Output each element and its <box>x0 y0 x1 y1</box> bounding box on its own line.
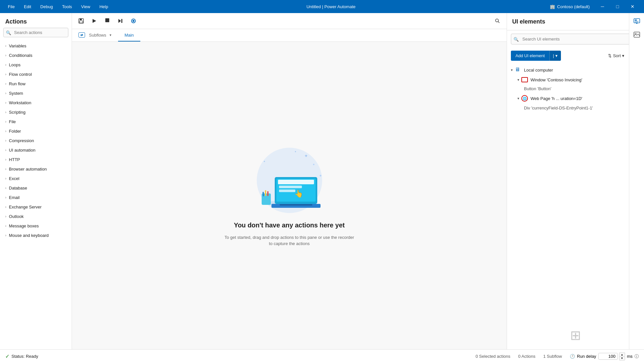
action-item-flow-control[interactable]: › Flow control <box>0 70 72 79</box>
svg-line-10 <box>498 22 499 23</box>
main-area: Actions 🔍 › Variables › Conditionals › L… <box>0 13 644 349</box>
ui-elements-title: UI elements <box>512 18 630 25</box>
run-button[interactable] <box>89 16 99 26</box>
svg-rect-30 <box>634 19 640 23</box>
action-item-conditionals[interactable]: › Conditionals <box>0 51 72 60</box>
svg-marker-3 <box>93 19 96 23</box>
action-item-scripting[interactable]: › Scripting <box>0 107 72 117</box>
ui-elements-search-container: 🔍 <box>511 34 640 44</box>
action-item-database[interactable]: › Database <box>0 183 72 193</box>
account-info[interactable]: 🏢 Contoso (default) <box>550 4 590 9</box>
tree-item-window[interactable]: ▾ Window 'Contoso Invoicing' <box>507 75 644 84</box>
menu-debug[interactable]: Debug <box>36 3 57 10</box>
menu-view[interactable]: View <box>77 3 94 10</box>
tree-item-label: Button 'Button' <box>524 86 551 91</box>
menu-tools[interactable]: Tools <box>58 3 76 10</box>
save-button[interactable] <box>76 16 86 26</box>
action-item-system[interactable]: › System <box>0 89 72 98</box>
images-tab-icon[interactable] <box>631 29 643 41</box>
ui-elements-tab-icon[interactable] <box>631 16 643 27</box>
svg-rect-20 <box>265 190 266 196</box>
svg-rect-29 <box>280 204 312 206</box>
action-item-message-boxes[interactable]: › Message boxes <box>0 221 72 231</box>
chevron-icon: › <box>5 110 6 114</box>
sort-icon: ⇅ <box>608 53 612 58</box>
action-item-variables[interactable]: › Variables <box>0 41 72 51</box>
titlebar-menu: File Edit Debug Tools View Help <box>4 3 112 10</box>
menu-edit[interactable]: Edit <box>20 3 35 10</box>
action-label: Outlook <box>9 214 24 219</box>
action-item-exchange-server[interactable]: › Exchange Server <box>0 202 72 212</box>
canvas-search-button[interactable] <box>492 16 503 26</box>
action-label: System <box>9 91 23 96</box>
action-label: Browser automation <box>9 167 47 172</box>
close-button[interactable]: ✕ <box>625 0 640 13</box>
action-item-http[interactable]: › HTTP <box>0 155 72 164</box>
tree-item-button[interactable]: Button 'Button' <box>507 84 644 93</box>
chevron-icon: › <box>5 91 6 95</box>
run-delay-spinner: ▲ ▼ <box>619 353 625 360</box>
action-item-workstation[interactable]: › Workstation <box>0 98 72 107</box>
chevron-icon: › <box>5 129 6 133</box>
tab-main[interactable]: Main <box>118 29 140 41</box>
run-delay-label: Run delay <box>577 354 596 359</box>
tab-subflows[interactable]: ⇄ Subflows ▾ <box>72 29 118 41</box>
add-ui-element-button[interactable]: Add UI element | ▾ <box>511 51 561 61</box>
chevron-icon: › <box>5 224 6 228</box>
action-item-outlook[interactable]: › Outlook <box>0 212 72 221</box>
action-item-folder[interactable]: › Folder <box>0 126 72 136</box>
empty-state-title: You don't have any actions here yet <box>234 222 345 229</box>
svg-text:✦: ✦ <box>319 173 322 178</box>
action-item-browser-automation[interactable]: › Browser automation <box>0 164 72 174</box>
svg-text:✦: ✦ <box>263 160 266 163</box>
search-input[interactable] <box>3 28 68 37</box>
action-item-mouse-keyboard[interactable]: › Mouse and keyboard <box>0 231 72 240</box>
action-item-excel[interactable]: › Excel <box>0 174 72 183</box>
ui-elements-panel: UI elements ✕ 🔍 Add UI element | ▾ ⇅ Sor… <box>507 13 644 349</box>
record-button[interactable] <box>128 16 139 26</box>
menu-help[interactable]: Help <box>96 3 112 10</box>
maximize-button[interactable]: □ <box>610 0 625 13</box>
tab-subflows-label: Subflows <box>89 33 106 38</box>
ui-elements-tree: ▾ 🖥 Local computer ▾ Window 'Contoso Inv… <box>507 63 644 321</box>
tree-item-local-computer[interactable]: ▾ 🖥 Local computer <box>507 65 644 75</box>
add-ui-element-dropdown[interactable]: | ▾ <box>549 51 561 61</box>
action-label: Email <box>9 195 20 200</box>
svg-rect-21 <box>267 191 269 196</box>
chevron-icon: › <box>5 186 6 190</box>
svg-text:✦: ✦ <box>304 153 308 158</box>
tree-item-webpage[interactable]: ▾ 🌐 Web Page 'h ... uration=1D' <box>507 93 644 104</box>
svg-point-9 <box>496 19 498 22</box>
actions-heading: Actions <box>0 13 72 28</box>
chevron-icon: › <box>5 148 6 152</box>
svg-point-8 <box>132 20 134 22</box>
info-icon[interactable]: ⓘ <box>635 354 639 359</box>
globe-icon: 🌐 <box>521 95 528 102</box>
menu-file[interactable]: File <box>4 3 19 10</box>
action-item-email[interactable]: › Email <box>0 193 72 202</box>
stop-button[interactable] <box>102 16 113 26</box>
action-item-file[interactable]: › File <box>0 117 72 126</box>
action-label: HTTP <box>9 157 20 162</box>
spinner-up-button[interactable]: ▲ <box>619 353 625 356</box>
add-ui-element-main[interactable]: Add UI element <box>511 51 549 61</box>
svg-marker-5 <box>118 19 121 23</box>
run-delay-input[interactable] <box>598 353 618 360</box>
action-label: Workstation <box>9 100 31 105</box>
action-item-compression[interactable]: › Compression <box>0 136 72 145</box>
step-button[interactable] <box>115 16 126 26</box>
action-item-ui-automation[interactable]: › UI automation <box>0 145 72 155</box>
action-label: Database <box>9 186 27 190</box>
action-item-run-flow[interactable]: › Run flow <box>0 79 72 89</box>
tree-item-div[interactable]: Div 'currencyField-DS-EntryPoint1-1' <box>507 104 644 112</box>
chevron-icon: › <box>5 205 6 209</box>
action-label: Folder <box>9 129 21 134</box>
status-bar: ✓ Status: Ready 0 Selected actions 0 Act… <box>0 349 644 363</box>
chevron-icon: › <box>5 54 6 57</box>
action-item-loops[interactable]: › Loops <box>0 60 72 70</box>
sort-button[interactable]: ⇅ Sort ▾ <box>605 51 627 60</box>
spinner-down-button[interactable]: ▼ <box>619 356 625 360</box>
minimize-button[interactable]: ─ <box>595 0 610 13</box>
ui-elements-search-input[interactable] <box>511 34 640 44</box>
tree-item-label: Window 'Contoso Invoicing' <box>531 77 582 82</box>
